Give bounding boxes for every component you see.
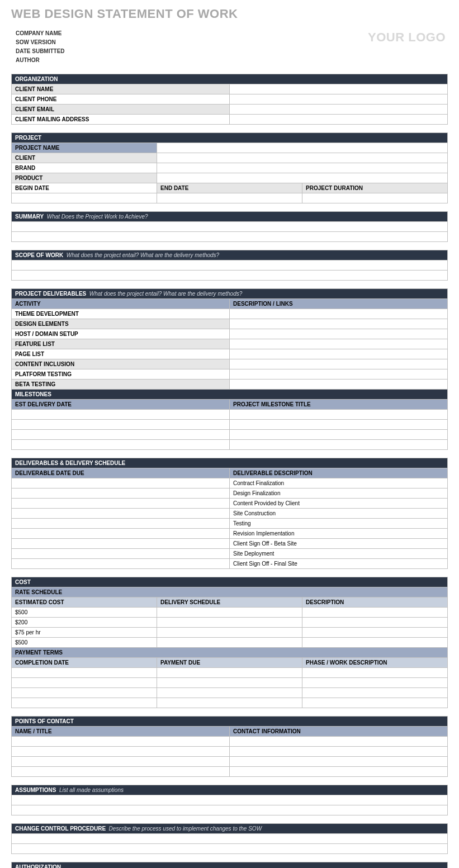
change-value[interactable]: [12, 834, 448, 844]
meta-date: DATE SUBMITTED: [16, 48, 65, 54]
milestone-date[interactable]: [12, 440, 230, 450]
schedule-date[interactable]: [12, 539, 230, 549]
deliv-row-value[interactable]: [230, 369, 448, 380]
begin-date-value[interactable]: [12, 193, 157, 203]
project-row-value[interactable]: [157, 173, 448, 183]
contact-info[interactable]: [230, 767, 448, 777]
change-value[interactable]: [12, 844, 448, 854]
deliv-row-label: BETA TESTING: [12, 380, 230, 390]
pay-col1: COMPLETION DATE: [12, 658, 157, 668]
assumptions-table: ASSUMPTIONS List all made assumptions: [11, 785, 448, 815]
org-row-value[interactable]: [230, 94, 448, 105]
assumptions-value[interactable]: [12, 795, 448, 805]
milestone-date[interactable]: [12, 420, 230, 430]
deliverables-label: PROJECT DELIVERABLES: [15, 291, 86, 297]
cost-est: $200: [12, 618, 157, 628]
milestone-title[interactable]: [230, 410, 448, 420]
scope-value[interactable]: [12, 260, 448, 271]
deliv-row-value[interactable]: [230, 349, 448, 359]
deliv-row-label: PLATFORM TESTING: [12, 369, 230, 380]
deliv-row-value[interactable]: [230, 339, 448, 349]
change-label: CHANGE CONTROL PROCEDURE: [15, 826, 106, 832]
end-date-label: END DATE: [157, 183, 302, 193]
duration-value[interactable]: [302, 193, 448, 203]
milestone-date[interactable]: [12, 430, 230, 440]
assumptions-value[interactable]: [12, 805, 448, 815]
org-row-value[interactable]: [230, 84, 448, 94]
deliv-row-value[interactable]: [230, 309, 448, 319]
cost-header: COST: [12, 577, 448, 587]
milestones-col2: PROJECT MILESTONE TITLE: [230, 400, 448, 410]
cost-desc[interactable]: [302, 618, 448, 628]
pay-due[interactable]: [157, 688, 302, 698]
pay-desc[interactable]: [302, 668, 448, 678]
org-row-value[interactable]: [230, 115, 448, 125]
cost-sched[interactable]: [157, 628, 302, 638]
contact-name[interactable]: [12, 767, 230, 777]
milestone-title[interactable]: [230, 440, 448, 450]
schedule-date[interactable]: [12, 499, 230, 509]
deliverables-table: PROJECT DELIVERABLES What does the proje…: [11, 288, 448, 450]
deliv-row-value[interactable]: [230, 329, 448, 339]
pay-desc[interactable]: [302, 698, 448, 708]
milestone-date[interactable]: [12, 410, 230, 420]
pay-date[interactable]: [12, 668, 157, 678]
schedule-date[interactable]: [12, 559, 230, 569]
project-row-value[interactable]: [157, 163, 448, 173]
pay-desc[interactable]: [302, 678, 448, 688]
schedule-header: DELIVERABLES & DELIVERY SCHEDULE: [12, 458, 448, 468]
scope-value[interactable]: [12, 271, 448, 281]
deliv-row-value[interactable]: [230, 319, 448, 329]
deliv-row-value[interactable]: [230, 359, 448, 369]
project-row-label: BRAND: [12, 163, 157, 173]
cost-sched[interactable]: [157, 608, 302, 618]
contact-name[interactable]: [12, 747, 230, 757]
schedule-desc: Client Sign Off - Beta Site: [230, 539, 448, 549]
end-date-value[interactable]: [157, 193, 302, 203]
cost-est: $500: [12, 608, 157, 618]
pay-due[interactable]: [157, 678, 302, 688]
payment-terms-header: PAYMENT TERMS: [12, 648, 448, 658]
schedule-desc: Testing: [230, 519, 448, 529]
meta-author: AUTHOR: [16, 57, 65, 63]
contact-name[interactable]: [12, 757, 230, 767]
schedule-date[interactable]: [12, 519, 230, 529]
summary-table: SUMMARY What Does the Project Work to Ac…: [11, 211, 448, 242]
milestone-title[interactable]: [230, 420, 448, 430]
cost-table: COST RATE SCHEDULE ESTIMATED COST DELIVE…: [11, 577, 448, 708]
schedule-date[interactable]: [12, 478, 230, 488]
schedule-desc: Site Deployment: [230, 549, 448, 559]
pay-desc[interactable]: [302, 688, 448, 698]
pay-date[interactable]: [12, 698, 157, 708]
summary-value[interactable]: [12, 222, 448, 232]
pay-date[interactable]: [12, 688, 157, 698]
meta-version: SOW VERSION: [16, 39, 65, 45]
contact-name[interactable]: [12, 737, 230, 747]
cost-desc[interactable]: [302, 608, 448, 618]
pay-due[interactable]: [157, 698, 302, 708]
pay-due[interactable]: [157, 668, 302, 678]
pay-date[interactable]: [12, 678, 157, 688]
cost-est: $500: [12, 638, 157, 648]
schedule-date[interactable]: [12, 549, 230, 559]
schedule-date[interactable]: [12, 509, 230, 519]
summary-value[interactable]: [12, 232, 448, 242]
schedule-date[interactable]: [12, 488, 230, 499]
project-row-value[interactable]: [157, 153, 448, 163]
cost-desc[interactable]: [302, 638, 448, 648]
cost-sched[interactable]: [157, 618, 302, 628]
project-table: PROJECT PROJECT NAME CLIENT BRAND PRODUC…: [11, 132, 448, 203]
org-row-value[interactable]: [230, 105, 448, 115]
project-row-value[interactable]: [157, 143, 448, 153]
contact-info[interactable]: [230, 757, 448, 767]
rate-schedule-header: RATE SCHEDULE: [12, 587, 448, 597]
cost-sched[interactable]: [157, 638, 302, 648]
project-row-label: PRODUCT: [12, 173, 157, 183]
milestone-title[interactable]: [230, 430, 448, 440]
deliv-row-value[interactable]: [230, 380, 448, 390]
begin-date-label: BEGIN DATE: [12, 183, 157, 193]
schedule-date[interactable]: [12, 529, 230, 539]
contact-info[interactable]: [230, 747, 448, 757]
contact-info[interactable]: [230, 737, 448, 747]
cost-desc[interactable]: [302, 628, 448, 638]
